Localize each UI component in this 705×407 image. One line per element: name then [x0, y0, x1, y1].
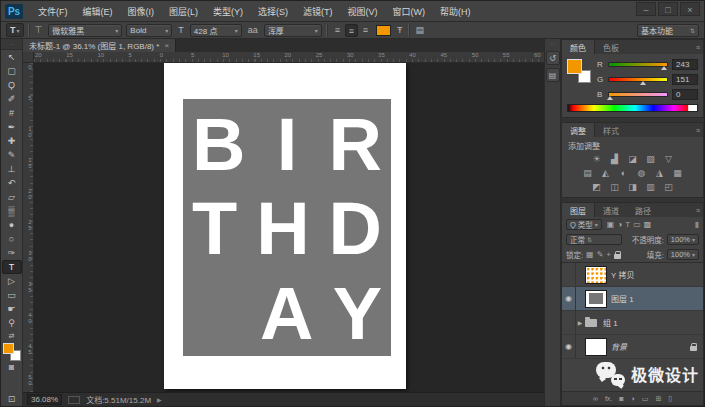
channel-value-field[interactable]: 243: [672, 59, 698, 70]
slider-thumb[interactable]: [607, 96, 613, 100]
layer-row[interactable]: ◉ 背景: [562, 335, 703, 359]
font-family-select[interactable]: 微软雅黑 ▾: [48, 24, 122, 37]
filter-type-icon[interactable]: ▩: [644, 220, 652, 229]
dock-panel-button[interactable]: ▤: [546, 68, 560, 82]
opacity-field[interactable]: 100% ▾: [667, 234, 699, 245]
adjustment-icon[interactable]: ◐: [618, 168, 630, 178]
gradient-tool[interactable]: ▒: [2, 204, 22, 218]
history-brush-tool[interactable]: ↶: [2, 176, 22, 190]
visibility-toggle[interactable]: ◉: [562, 311, 576, 334]
quick-select-tool[interactable]: ✐: [2, 92, 22, 106]
fill-field[interactable]: 100% ▾: [667, 249, 699, 260]
crop-tool[interactable]: #: [2, 106, 22, 120]
adjustment-icon[interactable]: ◪: [627, 154, 639, 164]
zoom-tool[interactable]: ⚲: [2, 316, 22, 330]
move-tool[interactable]: ↖: [2, 50, 22, 64]
font-size-select[interactable]: 428 点 ▾: [190, 24, 242, 37]
adjustment-icon[interactable]: ◮: [654, 168, 666, 178]
adjustment-icon[interactable]: ▦: [672, 168, 684, 178]
channel-slider[interactable]: [608, 62, 668, 67]
layer-thumbnail[interactable]: [585, 266, 607, 284]
visibility-toggle[interactable]: ◉: [562, 263, 576, 286]
group-expander-icon[interactable]: ▶: [576, 319, 584, 326]
anti-alias-select[interactable]: 浑厚 ▾: [264, 24, 322, 37]
layers-action-icon[interactable]: ∞: [593, 395, 598, 402]
adjustment-icon[interactable]: ▟: [609, 154, 621, 164]
filter-type-icon[interactable]: ◑: [617, 220, 622, 229]
tab-styles[interactable]: 样式: [595, 123, 627, 137]
path-select-tool[interactable]: ▷: [2, 274, 22, 288]
align-right-icon[interactable]: ≡: [359, 24, 372, 37]
lock-all-icon[interactable]: [614, 254, 621, 259]
zoom-level-field[interactable]: 36.08%: [27, 394, 62, 405]
adjustment-icon[interactable]: ◫: [609, 182, 621, 192]
dodge-tool[interactable]: ○: [2, 232, 22, 246]
menu-item[interactable]: 图像(I): [121, 3, 162, 20]
layer-row[interactable]: ◉ Y 拷贝: [562, 263, 703, 287]
layers-action-icon[interactable]: ▯: [668, 395, 672, 403]
screen-mode-icon[interactable]: ⊡: [8, 393, 16, 406]
dock-panel-button[interactable]: ↺: [546, 51, 560, 65]
layer-thumbnail[interactable]: [585, 290, 607, 308]
dock-grip[interactable]: ∙∙: [551, 39, 554, 48]
blur-tool[interactable]: ●: [2, 218, 22, 232]
layer-thumbnail[interactable]: [585, 338, 607, 356]
filter-toggle-icon[interactable]: ▮: [695, 220, 699, 229]
layer-row[interactable]: ◉ 图层 1: [562, 287, 703, 311]
layer-filter-select[interactable]: Ϙ 类型 ▾: [566, 219, 602, 230]
tab-layers[interactable]: 图层: [562, 203, 595, 217]
tab-channels[interactable]: 通道: [595, 203, 627, 217]
align-center-icon[interactable]: ≡: [345, 24, 358, 37]
layers-action-icon[interactable]: ◑: [631, 395, 635, 402]
workspace-select[interactable]: 基本功能 ⇅: [637, 24, 699, 37]
menu-item[interactable]: 滤镜(T): [296, 3, 340, 20]
filter-type-icon[interactable]: T: [625, 220, 630, 229]
adjustment-icon[interactable]: ◨: [627, 182, 639, 192]
adjustment-icon[interactable]: ▧: [645, 154, 657, 164]
layer-row[interactable]: ◉ ▶ 组 1: [562, 311, 703, 335]
foreground-color-swatch[interactable]: [3, 343, 14, 354]
marquee-tool[interactable]: ▢: [2, 64, 22, 78]
brush-tool[interactable]: ✎: [2, 148, 22, 162]
lock-option-icon[interactable]: ▦: [586, 250, 594, 259]
filter-type-icon[interactable]: ▭: [633, 220, 641, 229]
minimize-button[interactable]: –: [636, 2, 656, 16]
type-tool-preset[interactable]: T ▾: [6, 23, 24, 37]
healing-brush-tool[interactable]: ✚: [2, 134, 22, 148]
tab-paths[interactable]: 路径: [627, 203, 659, 217]
menu-item[interactable]: 窗口(W): [386, 3, 433, 20]
channel-value-field[interactable]: 0: [672, 89, 698, 100]
color-spectrum-ramp[interactable]: [567, 104, 698, 112]
toggle-panels-icon[interactable]: ▤: [413, 25, 426, 35]
visibility-toggle[interactable]: ◉: [562, 335, 576, 358]
menu-item[interactable]: 选择(S): [251, 3, 295, 20]
adjustment-icon[interactable]: ◍: [636, 168, 648, 178]
blend-mode-select[interactable]: 正常 ⇅: [566, 234, 622, 245]
channel-slider[interactable]: [608, 92, 668, 97]
layers-action-icon[interactable]: ◙: [619, 395, 623, 402]
document-tab[interactable]: 未标题-1 @ 36.1% (图层 1, RGB/8) * ×: [23, 39, 176, 52]
tools-panel-grip[interactable]: ∙∙: [1, 39, 22, 50]
lock-option-icon[interactable]: ✎: [597, 250, 604, 259]
tab-swatches[interactable]: 色板: [595, 40, 627, 54]
font-style-select[interactable]: Bold ▾: [126, 24, 172, 37]
menu-item[interactable]: 图层(L): [162, 3, 205, 20]
quick-mask-icon[interactable]: ◙: [9, 361, 14, 374]
hand-tool[interactable]: ☛: [2, 302, 22, 316]
adjustment-icon[interactable]: ▥: [645, 182, 657, 192]
canvas-page[interactable]: BIR THD AY: [164, 63, 406, 389]
adjustment-icon[interactable]: ☀: [591, 154, 603, 164]
tab-color[interactable]: 颜色: [562, 40, 595, 54]
adjustment-icon[interactable]: ▤: [582, 168, 594, 178]
filter-type-icon[interactable]: ▣: [607, 220, 615, 229]
text-orientation-icon[interactable]: ⊤: [33, 25, 45, 35]
menu-item[interactable]: 编辑(E): [76, 3, 120, 20]
text-color-swatch[interactable]: [376, 25, 391, 36]
close-button[interactable]: ×: [680, 2, 700, 16]
tab-close-icon[interactable]: ×: [164, 41, 169, 50]
layers-action-icon[interactable]: ▭: [642, 395, 649, 403]
channel-value-field[interactable]: 151: [672, 74, 698, 85]
panel-menu-icon[interactable]: ≡: [696, 123, 703, 137]
eyedropper-tool[interactable]: ✒: [2, 120, 22, 134]
layer-thumbnail[interactable]: [585, 314, 599, 332]
